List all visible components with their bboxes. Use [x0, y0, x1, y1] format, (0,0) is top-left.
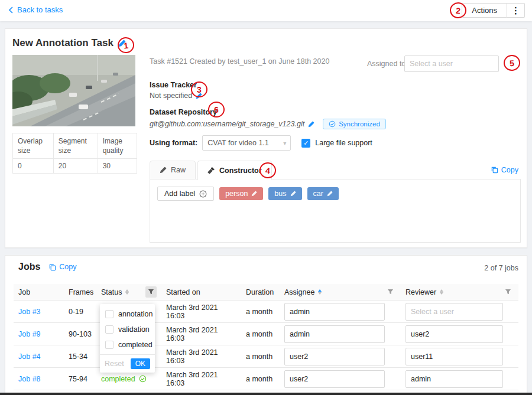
param-header-overlap: Overlap size	[13, 133, 54, 159]
table-row: Job #4 15-34 March 3rd 2021 16:03 a mont…	[14, 345, 518, 368]
using-format-label: Using format:	[150, 139, 197, 147]
reviewer-input[interactable]	[406, 348, 503, 365]
table-row: Job #9 90-103 March 3rd 2021 16:03 a mon…	[14, 323, 518, 345]
jobs-header: Jobs Copy	[18, 262, 79, 272]
format-select[interactable]: CVAT for video 1.1 ▾	[202, 135, 291, 151]
reviewer-input[interactable]	[406, 303, 503, 321]
filter-option-completed[interactable]: completed	[100, 337, 155, 352]
table-row: Job #8 75-94 completed March 3rd 2021 16…	[14, 368, 518, 390]
checkbox-icon[interactable]	[105, 325, 113, 334]
col-started: Started on	[161, 284, 241, 300]
format-row: Using format: CVAT for video 1.1 ▾ ✓ Lar…	[150, 135, 372, 151]
frames-cell: 75-94	[64, 375, 96, 383]
started-cell: March 3rd 2021 16:03	[161, 303, 241, 320]
actions-group: Actions ⋮	[462, 3, 525, 18]
param-header-segment: Segment size	[53, 133, 98, 159]
col-reviewer: Reviewer	[401, 284, 518, 300]
job-link[interactable]: Job #8	[18, 375, 41, 383]
col-frames: Frames	[64, 284, 96, 300]
edit-repository-icon[interactable]	[308, 121, 314, 128]
screen-bottom-edge	[0, 393, 532, 395]
labels-copy-button[interactable]: Copy	[491, 166, 521, 174]
status-cell: completed	[101, 375, 157, 383]
table-row: Job #3 0-19 March 3rd 2021 16:03 a month	[14, 301, 518, 323]
filter-option-annotation[interactable]: annotation	[100, 306, 155, 322]
job-link[interactable]: Job #3	[18, 308, 41, 316]
constructor-tab-content: Add label person bus	[150, 179, 521, 243]
label-chip-bus[interactable]: bus	[268, 187, 301, 200]
actions-menu-icon[interactable]: ⋮	[507, 3, 525, 18]
actions-button[interactable]: Actions	[462, 3, 507, 18]
jobs-copy-label: Copy	[59, 263, 76, 271]
assignee-input[interactable]	[284, 370, 385, 388]
edit-label-icon[interactable]	[251, 191, 257, 197]
checkbox-icon[interactable]	[105, 341, 113, 349]
back-to-tasks-link[interactable]: Back to tasks	[8, 5, 63, 14]
job-link[interactable]: Job #9	[18, 330, 41, 338]
sync-status-label: Synchronized	[339, 120, 380, 128]
plus-circle-icon	[199, 190, 207, 198]
label-chip-person[interactable]: person	[219, 187, 263, 200]
issue-tracker-value: Not specified	[150, 92, 192, 100]
frames-cell: 90-103	[64, 330, 96, 338]
filter-option-label: validation	[118, 325, 150, 334]
col-status: Status	[96, 284, 161, 300]
status-filter-dropdown: annotation validation completed Reset OK	[100, 304, 155, 373]
filter-reset-button[interactable]: Reset	[105, 360, 124, 368]
assignee-input[interactable]	[284, 325, 385, 343]
large-file-support-checkbox[interactable]: ✓	[301, 139, 310, 148]
param-value-overlap: 0	[13, 159, 54, 174]
chevron-left-icon	[8, 6, 14, 14]
copy-icon	[491, 166, 498, 174]
annotation-circle-3: 3	[191, 81, 207, 97]
frames-cell: 15-34	[64, 352, 96, 361]
filter-ok-button[interactable]: OK	[131, 358, 150, 369]
edit-label-icon[interactable]	[290, 191, 296, 197]
assignee-sort-button[interactable]	[318, 289, 322, 295]
frames-cell: 0-19	[64, 308, 96, 316]
tab-raw[interactable]: Raw	[150, 161, 196, 179]
filter-option-label: completed	[118, 341, 153, 349]
duration-cell: a month	[241, 375, 280, 383]
add-label-text: Add label	[164, 190, 195, 198]
col-duration: Duration	[241, 284, 280, 300]
chevron-down-icon: ▾	[283, 140, 286, 146]
task-assignee-input[interactable]	[404, 56, 499, 72]
labels-row: Add label person bus	[157, 187, 339, 201]
status-filter-icon[interactable]	[145, 286, 157, 298]
edit-label-icon[interactable]	[327, 191, 333, 197]
started-cell: March 3rd 2021 16:03	[161, 348, 241, 365]
assigned-to-label: Assigned to	[367, 60, 406, 68]
page-title: New Annotation Task	[12, 37, 113, 49]
reviewer-sort-button[interactable]	[440, 289, 443, 295]
reviewer-input[interactable]	[406, 325, 503, 343]
jobs-copy-button[interactable]: Copy	[48, 263, 79, 271]
copy-icon	[48, 263, 56, 271]
annotation-circle-6: 6	[208, 102, 225, 117]
repository-url: git@github.com:username/git_storage_v123…	[150, 120, 304, 128]
filter-option-validation[interactable]: validation	[100, 322, 155, 337]
filter-option-label: annotation	[118, 310, 153, 318]
assignee-input[interactable]	[284, 303, 385, 321]
checkbox-icon[interactable]	[105, 310, 113, 318]
assignee-input[interactable]	[284, 348, 385, 365]
jobs-table: Job Frames Status Started on Duration As…	[14, 284, 518, 390]
status-sort-button[interactable]	[125, 289, 129, 295]
job-link[interactable]: Job #4	[18, 352, 41, 361]
task-preview-image	[12, 55, 135, 126]
task-details-card: New Annotation Task Overla	[5, 28, 527, 248]
task-params-table: Overlap size Segment size Image quality …	[12, 133, 137, 174]
label-chip-bus-text: bus	[274, 190, 286, 198]
add-label-button[interactable]: Add label	[157, 187, 214, 201]
label-chip-car[interactable]: car	[307, 187, 339, 200]
large-file-support-label: Large file support	[315, 139, 372, 147]
started-cell: March 3rd 2021 16:03	[161, 371, 241, 387]
started-cell: March 3rd 2021 16:03	[161, 326, 241, 342]
jobs-card: Jobs Copy 2 of 7 jobs Job Frames Status …	[5, 255, 527, 395]
sync-check-icon	[329, 120, 336, 128]
task-title-row: New Annotation Task	[12, 37, 126, 49]
reviewer-filter-icon[interactable]	[502, 286, 514, 298]
reviewer-input[interactable]	[406, 370, 503, 388]
assignee-filter-icon[interactable]	[385, 286, 396, 298]
param-value-quality: 30	[98, 159, 137, 174]
